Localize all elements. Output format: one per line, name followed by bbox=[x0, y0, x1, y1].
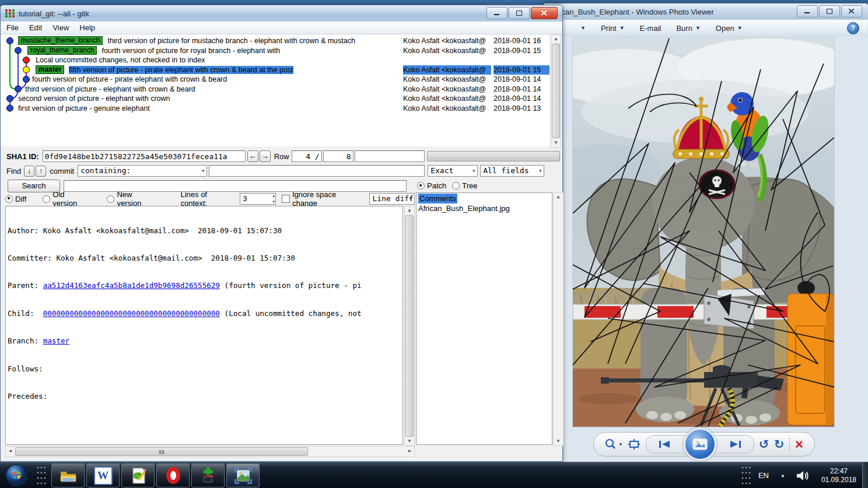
commit-row[interactable]: mustache_theme_branchthird version of pi… bbox=[18, 36, 355, 46]
old-version-radio[interactable] bbox=[43, 195, 50, 203]
system-tray: EN ▲ 22:47 01.09.2018 bbox=[741, 462, 863, 488]
status-field[interactable] bbox=[355, 150, 425, 162]
clock-time: 22:47 bbox=[821, 467, 856, 476]
new-version-label: New version bbox=[117, 190, 158, 208]
row-label: Row bbox=[274, 152, 289, 161]
rotate-clockwise-button[interactable]: ↻ bbox=[774, 438, 785, 450]
find-button[interactable]: Find bbox=[6, 167, 21, 175]
show-hidden-icons-button[interactable]: ▲ bbox=[780, 473, 785, 478]
find-prev-button[interactable]: ↑ bbox=[36, 166, 46, 177]
menu-help[interactable]: Help bbox=[74, 23, 100, 32]
toolbar-grip[interactable] bbox=[36, 466, 47, 485]
taskbar-clock[interactable]: 22:47 01.09.2018 bbox=[821, 467, 856, 485]
tray-grip[interactable] bbox=[741, 466, 751, 485]
notepadpp-icon bbox=[130, 467, 147, 485]
chevron-down-icon: ▼ bbox=[695, 25, 701, 31]
start-button[interactable] bbox=[5, 464, 29, 487]
photo-viewer-title: African_Bush_Elephant - Windows Photo Vi… bbox=[543, 8, 714, 16]
branch-link[interactable]: master bbox=[43, 336, 70, 345]
file-menu-button[interactable]: ▼ bbox=[578, 25, 586, 31]
taskbar-photo-viewer-button[interactable] bbox=[226, 464, 260, 487]
minimize-button[interactable] bbox=[797, 5, 818, 17]
row-current-field[interactable] bbox=[292, 150, 322, 162]
delete-button[interactable]: ✕ bbox=[794, 438, 804, 451]
commit-row[interactable]: first version of picture - genuine eleph… bbox=[18, 104, 150, 114]
minimize-button[interactable] bbox=[487, 7, 508, 19]
child-link[interactable]: 0000000000000000000000000000000000000000 bbox=[43, 309, 220, 318]
next-icon bbox=[729, 440, 742, 448]
find-input[interactable] bbox=[209, 165, 425, 177]
next-button[interactable] bbox=[718, 440, 754, 448]
ignore-space-checkbox[interactable] bbox=[282, 195, 290, 203]
email-button[interactable]: E-mail bbox=[640, 24, 662, 33]
exact-dropdown[interactable]: Exact bbox=[428, 165, 478, 177]
taskbar-git-button[interactable] bbox=[191, 464, 225, 487]
menu-view[interactable]: View bbox=[47, 23, 74, 32]
context-spinner[interactable]: 3 bbox=[240, 193, 276, 205]
branch-label: mustache_theme_branch bbox=[18, 36, 103, 45]
file-list-item[interactable]: African_Bush_Elephant.jpg bbox=[418, 203, 552, 213]
all-fields-dropdown[interactable]: All fields bbox=[480, 165, 544, 177]
commit-row[interactable]: third version of picture - elephant with… bbox=[25, 85, 195, 94]
chevron-down-icon: ▼ bbox=[620, 25, 625, 31]
parent-line: Parent: aa512d4163eafc4a5b8a1de1d9b9698d… bbox=[8, 281, 402, 290]
line-diff-dropdown[interactable]: Line diff bbox=[369, 193, 415, 205]
actual-size-button[interactable] bbox=[628, 438, 640, 450]
show-desktop-button[interactable] bbox=[862, 462, 868, 488]
commit-row[interactable]: fourth version of picture - pirate eleph… bbox=[32, 75, 227, 85]
new-version-radio[interactable] bbox=[107, 195, 114, 203]
taskbar-opera-button[interactable] bbox=[156, 464, 190, 487]
menu-edit[interactable]: Edit bbox=[24, 23, 47, 32]
burn-button[interactable]: Burn▼ bbox=[676, 24, 700, 33]
taskbar-explorer-button[interactable] bbox=[51, 464, 85, 487]
close-button[interactable] bbox=[531, 7, 558, 19]
print-button[interactable]: Print▼ bbox=[601, 24, 625, 33]
find-next-button[interactable]: ↓ bbox=[24, 166, 34, 177]
close-button[interactable] bbox=[841, 5, 862, 17]
zoom-button[interactable]: ▼ bbox=[604, 438, 623, 450]
photo-viewer-window: African_Bush_Elephant - Windows Photo Vi… bbox=[542, 3, 868, 463]
commit-detail-pane[interactable]: Author: Koko Asfalt <kokoasfalt@mail.com… bbox=[5, 206, 403, 445]
commit-row[interactable]: royal_theme_branchfourth version of pict… bbox=[27, 46, 280, 56]
patch-radio[interactable] bbox=[417, 182, 425, 189]
horizontal-scrollbar[interactable]: ◄ ▮▮ ► bbox=[5, 446, 415, 457]
language-indicator[interactable]: EN bbox=[758, 471, 769, 480]
file-list-scrollbar[interactable]: ▲▼ bbox=[553, 192, 564, 446]
commit-row[interactable]: Local uncommitted changes, not checked i… bbox=[36, 55, 205, 65]
tree-radio[interactable] bbox=[452, 182, 460, 189]
volume-icon[interactable] bbox=[796, 470, 810, 482]
photo-viewer-toolbar: ▼ Print▼ E-mail Burn▼ Open▼ ? bbox=[544, 20, 867, 37]
maximize-button[interactable] bbox=[509, 7, 530, 19]
rotate-counterclockwise-button[interactable]: ↺ bbox=[759, 438, 769, 450]
gitk-window-title: tutorial_git: --all - gitk bbox=[19, 9, 89, 18]
sha1-input[interactable] bbox=[43, 150, 246, 162]
slideshow-icon bbox=[692, 438, 708, 450]
opera-icon bbox=[166, 467, 180, 484]
commit-row-selected[interactable]: masterfifth version of picture - pirate … bbox=[36, 65, 293, 75]
commit-row[interactable]: second version of picture - elephant wit… bbox=[18, 94, 170, 104]
diff-radio[interactable] bbox=[5, 195, 13, 203]
patch-label: Patch bbox=[427, 181, 446, 190]
row-total-field[interactable] bbox=[323, 150, 354, 162]
gitk-menubar: File Edit View Help bbox=[1, 22, 562, 34]
previous-button[interactable] bbox=[646, 440, 682, 448]
photo-viewer-titlebar[interactable]: African_Bush_Elephant - Windows Photo Vi… bbox=[543, 3, 868, 20]
parent-link[interactable]: aa512d4163eafc4a5b8a1de1d9b9698d26555629 bbox=[43, 281, 220, 290]
follows-line: Follows: bbox=[8, 364, 402, 374]
forward-button[interactable]: → bbox=[260, 150, 271, 162]
detail-scrollbar[interactable]: ▲▼ bbox=[404, 206, 415, 446]
gitk-titlebar[interactable]: tutorial_git: --all - gitk bbox=[1, 5, 562, 22]
branch-line: Branch: master bbox=[8, 336, 402, 346]
file-list-item-comments[interactable]: Comments bbox=[418, 194, 457, 203]
commit-list-scrollbar[interactable]: ▲▼ bbox=[551, 34, 561, 148]
open-button[interactable]: Open▼ bbox=[716, 24, 743, 33]
containing-dropdown[interactable]: containing: bbox=[78, 165, 207, 177]
menu-file[interactable]: File bbox=[1, 23, 24, 32]
taskbar-notepadpp-button[interactable] bbox=[121, 464, 155, 487]
taskbar-word-button[interactable]: W bbox=[86, 464, 120, 487]
maximize-button[interactable] bbox=[819, 5, 840, 17]
back-button[interactable]: ← bbox=[247, 150, 258, 162]
slideshow-button[interactable] bbox=[684, 428, 716, 461]
help-icon[interactable]: ? bbox=[847, 22, 859, 34]
author-column: Koko Asfalt <kokoasfalt@ Koko Asfalt <ko… bbox=[403, 34, 491, 146]
